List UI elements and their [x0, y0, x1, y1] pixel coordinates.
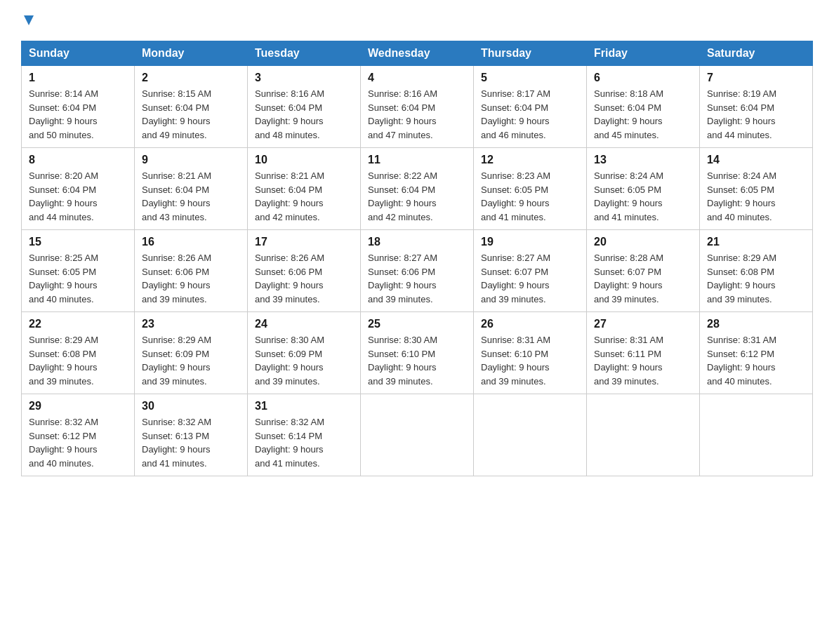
- day-info: Sunrise: 8:31 AMSunset: 6:12 PMDaylight:…: [707, 333, 805, 388]
- day-info: Sunrise: 8:16 AMSunset: 6:04 PMDaylight:…: [255, 87, 353, 142]
- calendar-cell: 4 Sunrise: 8:16 AMSunset: 6:04 PMDayligh…: [361, 66, 474, 148]
- day-info: Sunrise: 8:21 AMSunset: 6:04 PMDaylight:…: [142, 169, 240, 224]
- day-info: Sunrise: 8:32 AMSunset: 6:13 PMDaylight:…: [142, 415, 240, 470]
- day-info: Sunrise: 8:30 AMSunset: 6:09 PMDaylight:…: [255, 333, 353, 388]
- day-number: 15: [29, 236, 127, 248]
- svg-marker-0: [24, 15, 34, 25]
- logo-arrow-icon: [22, 14, 35, 27]
- calendar-cell: 1 Sunrise: 8:14 AMSunset: 6:04 PMDayligh…: [22, 66, 135, 148]
- day-info: Sunrise: 8:26 AMSunset: 6:06 PMDaylight:…: [255, 251, 353, 306]
- day-number: 16: [142, 236, 240, 248]
- calendar-cell: 11 Sunrise: 8:22 AMSunset: 6:04 PMDaylig…: [361, 148, 474, 230]
- calendar-cell: 28 Sunrise: 8:31 AMSunset: 6:12 PMDaylig…: [700, 312, 813, 394]
- day-info: Sunrise: 8:27 AMSunset: 6:06 PMDaylight:…: [368, 251, 466, 306]
- day-info: Sunrise: 8:23 AMSunset: 6:05 PMDaylight:…: [481, 169, 579, 224]
- day-number: 23: [142, 318, 240, 330]
- calendar-cell: 21 Sunrise: 8:29 AMSunset: 6:08 PMDaylig…: [700, 230, 813, 312]
- day-number: 8: [29, 154, 127, 166]
- day-info: Sunrise: 8:14 AMSunset: 6:04 PMDaylight:…: [29, 87, 127, 142]
- calendar-cell: 10 Sunrise: 8:21 AMSunset: 6:04 PMDaylig…: [248, 148, 361, 230]
- weekday-header-thursday: Thursday: [474, 41, 587, 66]
- day-info: Sunrise: 8:18 AMSunset: 6:04 PMDaylight:…: [594, 87, 692, 142]
- calendar-cell: 26 Sunrise: 8:31 AMSunset: 6:10 PMDaylig…: [474, 312, 587, 394]
- day-number: 25: [368, 318, 466, 330]
- day-number: 20: [594, 236, 692, 248]
- day-number: 22: [29, 318, 127, 330]
- day-number: 13: [594, 154, 692, 166]
- calendar-week-row: 1 Sunrise: 8:14 AMSunset: 6:04 PMDayligh…: [22, 66, 813, 148]
- day-number: 6: [594, 72, 692, 84]
- day-info: Sunrise: 8:21 AMSunset: 6:04 PMDaylight:…: [255, 169, 353, 224]
- day-info: Sunrise: 8:28 AMSunset: 6:07 PMDaylight:…: [594, 251, 692, 306]
- calendar-cell: 31 Sunrise: 8:32 AMSunset: 6:14 PMDaylig…: [248, 394, 361, 476]
- day-info: Sunrise: 8:24 AMSunset: 6:05 PMDaylight:…: [707, 169, 805, 224]
- day-number: 7: [707, 72, 805, 84]
- weekday-header-friday: Friday: [587, 41, 700, 66]
- day-number: 9: [142, 154, 240, 166]
- day-number: 5: [481, 72, 579, 84]
- calendar-table: SundayMondayTuesdayWednesdayThursdayFrid…: [21, 41, 813, 476]
- day-info: Sunrise: 8:32 AMSunset: 6:14 PMDaylight:…: [255, 415, 353, 470]
- calendar-cell: 19 Sunrise: 8:27 AMSunset: 6:07 PMDaylig…: [474, 230, 587, 312]
- day-number: 1: [29, 72, 127, 84]
- day-info: Sunrise: 8:31 AMSunset: 6:10 PMDaylight:…: [481, 333, 579, 388]
- day-number: 11: [368, 154, 466, 166]
- day-info: Sunrise: 8:29 AMSunset: 6:09 PMDaylight:…: [142, 333, 240, 388]
- calendar-cell: 9 Sunrise: 8:21 AMSunset: 6:04 PMDayligh…: [135, 148, 248, 230]
- weekday-header-monday: Monday: [135, 41, 248, 66]
- calendar-cell: 23 Sunrise: 8:29 AMSunset: 6:09 PMDaylig…: [135, 312, 248, 394]
- calendar-cell: 13 Sunrise: 8:24 AMSunset: 6:05 PMDaylig…: [587, 148, 700, 230]
- day-info: Sunrise: 8:20 AMSunset: 6:04 PMDaylight:…: [29, 169, 127, 224]
- calendar-cell: 25 Sunrise: 8:30 AMSunset: 6:10 PMDaylig…: [361, 312, 474, 394]
- page-header: [21, 14, 813, 27]
- calendar-cell: 27 Sunrise: 8:31 AMSunset: 6:11 PMDaylig…: [587, 312, 700, 394]
- weekday-header-tuesday: Tuesday: [248, 41, 361, 66]
- calendar-cell: [474, 394, 587, 476]
- calendar-cell: 16 Sunrise: 8:26 AMSunset: 6:06 PMDaylig…: [135, 230, 248, 312]
- day-info: Sunrise: 8:27 AMSunset: 6:07 PMDaylight:…: [481, 251, 579, 306]
- calendar-cell: [587, 394, 700, 476]
- calendar-cell: [361, 394, 474, 476]
- day-info: Sunrise: 8:26 AMSunset: 6:06 PMDaylight:…: [142, 251, 240, 306]
- calendar-cell: 3 Sunrise: 8:16 AMSunset: 6:04 PMDayligh…: [248, 66, 361, 148]
- day-number: 4: [368, 72, 466, 84]
- calendar-cell: 12 Sunrise: 8:23 AMSunset: 6:05 PMDaylig…: [474, 148, 587, 230]
- day-info: Sunrise: 8:25 AMSunset: 6:05 PMDaylight:…: [29, 251, 127, 306]
- calendar-cell: 20 Sunrise: 8:28 AMSunset: 6:07 PMDaylig…: [587, 230, 700, 312]
- weekday-header-sunday: Sunday: [22, 41, 135, 66]
- day-info: Sunrise: 8:31 AMSunset: 6:11 PMDaylight:…: [594, 333, 692, 388]
- calendar-cell: 2 Sunrise: 8:15 AMSunset: 6:04 PMDayligh…: [135, 66, 248, 148]
- calendar-cell: 15 Sunrise: 8:25 AMSunset: 6:05 PMDaylig…: [22, 230, 135, 312]
- calendar-cell: 5 Sunrise: 8:17 AMSunset: 6:04 PMDayligh…: [474, 66, 587, 148]
- day-number: 3: [255, 72, 353, 84]
- day-number: 14: [707, 154, 805, 166]
- calendar-cell: 14 Sunrise: 8:24 AMSunset: 6:05 PMDaylig…: [700, 148, 813, 230]
- day-number: 2: [142, 72, 240, 84]
- day-number: 28: [707, 318, 805, 330]
- day-info: Sunrise: 8:29 AMSunset: 6:08 PMDaylight:…: [29, 333, 127, 388]
- calendar-week-row: 15 Sunrise: 8:25 AMSunset: 6:05 PMDaylig…: [22, 230, 813, 312]
- calendar-week-row: 29 Sunrise: 8:32 AMSunset: 6:12 PMDaylig…: [22, 394, 813, 476]
- day-number: 19: [481, 236, 579, 248]
- day-info: Sunrise: 8:19 AMSunset: 6:04 PMDaylight:…: [707, 87, 805, 142]
- day-number: 26: [481, 318, 579, 330]
- day-number: 31: [255, 400, 353, 412]
- day-info: Sunrise: 8:32 AMSunset: 6:12 PMDaylight:…: [29, 415, 127, 470]
- day-number: 29: [29, 400, 127, 412]
- day-info: Sunrise: 8:22 AMSunset: 6:04 PMDaylight:…: [368, 169, 466, 224]
- calendar-cell: [700, 394, 813, 476]
- day-info: Sunrise: 8:24 AMSunset: 6:05 PMDaylight:…: [594, 169, 692, 224]
- calendar-week-row: 8 Sunrise: 8:20 AMSunset: 6:04 PMDayligh…: [22, 148, 813, 230]
- weekday-header-wednesday: Wednesday: [361, 41, 474, 66]
- calendar-week-row: 22 Sunrise: 8:29 AMSunset: 6:08 PMDaylig…: [22, 312, 813, 394]
- day-number: 18: [368, 236, 466, 248]
- day-number: 24: [255, 318, 353, 330]
- day-number: 17: [255, 236, 353, 248]
- calendar-cell: 24 Sunrise: 8:30 AMSunset: 6:09 PMDaylig…: [248, 312, 361, 394]
- day-info: Sunrise: 8:29 AMSunset: 6:08 PMDaylight:…: [707, 251, 805, 306]
- day-info: Sunrise: 8:16 AMSunset: 6:04 PMDaylight:…: [368, 87, 466, 142]
- calendar-cell: 30 Sunrise: 8:32 AMSunset: 6:13 PMDaylig…: [135, 394, 248, 476]
- day-info: Sunrise: 8:15 AMSunset: 6:04 PMDaylight:…: [142, 87, 240, 142]
- day-number: 30: [142, 400, 240, 412]
- weekday-header-saturday: Saturday: [700, 41, 813, 66]
